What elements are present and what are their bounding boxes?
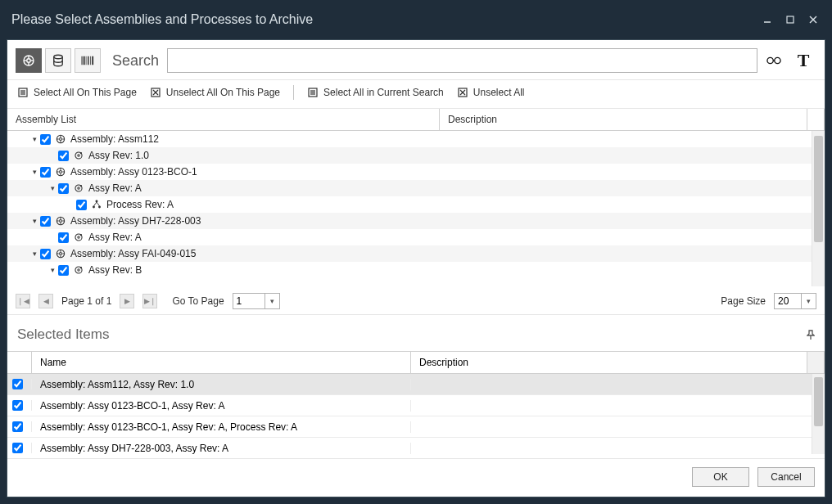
row-checkbox[interactable] [12, 400, 23, 411]
svg-point-49 [78, 187, 79, 189]
row-checkbox[interactable] [40, 249, 51, 259]
svg-point-17 [767, 57, 773, 63]
tree-row[interactable]: ▾Assy Rev: A [7, 180, 812, 196]
row-checkbox[interactable] [58, 232, 69, 243]
svg-point-18 [775, 57, 780, 63]
rev-icon [72, 150, 85, 161]
column-description[interactable]: Description [440, 109, 807, 130]
row-checkbox[interactable] [40, 134, 51, 145]
list-check-icon [17, 87, 29, 98]
process-icon [90, 199, 103, 210]
tree-row[interactable]: ▾Assembly: Assy 0123-BCO-1 [7, 164, 812, 180]
tree-row-label: Assy Rev: A [88, 232, 142, 243]
select-all-page-action[interactable]: Select All On This Page [17, 87, 137, 98]
row-checkbox[interactable] [58, 183, 69, 194]
search-input[interactable] [167, 48, 757, 73]
tree-row[interactable]: ▾Assembly: Assy FAI-049-015 [7, 245, 812, 262]
search-toolbar: Search T [7, 40, 825, 80]
svg-point-66 [60, 253, 62, 255]
selected-row[interactable]: Assembly: Assy 0123-BCO-1, Assy Rev: A [7, 395, 812, 416]
svg-point-53 [98, 205, 101, 208]
window-title: Please Select Assemblies and Processes t… [11, 12, 313, 27]
unselect-all-action[interactable]: Unselect All [457, 87, 525, 98]
maximize-button[interactable] [783, 12, 798, 27]
selected-items-grid[interactable]: Assembly: Assm112, Assy Rev: 1.0Assembly… [7, 374, 812, 454]
selected-row[interactable]: Assembly: Assy 0123-BCO-1, Assy Rev: A, … [7, 416, 812, 438]
tree-row[interactable]: ▾Assembly: Assm112 [7, 131, 812, 147]
barcode-filter-button[interactable] [75, 48, 101, 73]
scroll-thumb[interactable] [814, 377, 823, 426]
vertical-scrollbar[interactable] [812, 374, 825, 454]
tree-row[interactable]: ▾Assy Rev: B [7, 262, 812, 278]
selected-row-name: Assembly: Assm112, Assy Rev: 1.0 [32, 379, 411, 390]
selected-grid-header: Name Description [7, 351, 825, 374]
row-checkbox[interactable] [76, 200, 87, 210]
minimize-button[interactable] [760, 12, 775, 27]
expand-caret-icon[interactable]: ▾ [30, 250, 38, 258]
page-size-input[interactable] [774, 293, 802, 309]
row-checkbox[interactable] [58, 151, 69, 161]
row-checkbox[interactable] [40, 167, 51, 178]
cancel-button[interactable]: Cancel [757, 467, 815, 487]
svg-rect-15 [90, 56, 91, 65]
last-page-button[interactable]: ▶❘ [142, 294, 157, 308]
pin-icon[interactable] [807, 330, 815, 340]
selected-items-title: Selected Items [7, 315, 825, 351]
expand-caret-icon[interactable]: ▾ [48, 266, 57, 274]
rev-icon [72, 264, 85, 276]
row-checkbox[interactable] [12, 421, 23, 432]
scroll-thumb[interactable] [814, 136, 823, 242]
column-assembly-list[interactable]: Assembly List [7, 109, 440, 130]
tree-row-label: Assy Rev: B [88, 264, 142, 276]
svg-line-54 [94, 202, 97, 206]
ok-button[interactable]: OK [692, 467, 749, 487]
expand-caret-icon[interactable]: ▾ [48, 184, 57, 192]
search-label: Search [112, 52, 159, 70]
next-page-button[interactable]: ▶ [120, 294, 134, 308]
tree-grid-header: Assembly List Description [7, 109, 825, 131]
vertical-scrollbar[interactable] [812, 131, 825, 286]
first-page-button[interactable]: ❘◀ [16, 294, 30, 308]
svg-rect-14 [88, 56, 89, 65]
tree-row[interactable]: Assy Rev: A [7, 229, 812, 245]
dialog-content: Search T Select All On This Page Unselec… [7, 39, 825, 497]
text-format-button[interactable]: T [790, 48, 816, 73]
prev-page-button[interactable]: ◀ [38, 294, 53, 308]
tree-row[interactable]: Process Rev: A [7, 196, 812, 213]
svg-point-72 [78, 269, 79, 271]
tree-row-label: Assembly: Assm112 [70, 133, 159, 145]
page-size-dropdown[interactable]: ▾ [802, 293, 816, 309]
assembly-tree[interactable]: ▾Assembly: Assm112Assy Rev: 1.0▾Assembly… [7, 131, 812, 286]
select-all-search-action[interactable]: Select All in Current Search [307, 87, 444, 98]
pager: ❘◀ ◀ Page 1 of 1 ▶ ▶❘ Go To Page ▾ Page … [7, 286, 825, 315]
expand-caret-icon[interactable]: ▾ [30, 217, 38, 225]
tree-row[interactable]: Assy Rev: 1.0 [7, 147, 812, 164]
svg-point-63 [78, 236, 79, 238]
list-check-icon [307, 87, 319, 98]
assembly-filter-button[interactable] [16, 48, 42, 73]
svg-point-5 [27, 59, 31, 63]
close-button[interactable] [806, 12, 821, 27]
selected-row[interactable]: Assembly: Assy DH7-228-003, Assy Rev: A [7, 438, 812, 454]
scroll-gutter [807, 352, 825, 373]
selected-row[interactable]: Assembly: Assm112, Assy Rev: 1.0 [7, 374, 812, 395]
expand-caret-icon[interactable]: ▾ [30, 168, 38, 176]
goto-page-dropdown[interactable]: ▾ [265, 293, 280, 309]
row-checkbox[interactable] [58, 265, 69, 276]
row-checkbox[interactable] [12, 379, 23, 389]
divider [293, 85, 294, 100]
svg-point-40 [78, 155, 79, 156]
expand-caret-icon[interactable]: ▾ [30, 135, 38, 143]
row-checkbox[interactable] [12, 443, 23, 453]
svg-point-41 [80, 152, 82, 154]
assembly-icon [54, 133, 67, 145]
tree-row[interactable]: ▾Assembly: Assy DH7-228-003 [7, 213, 812, 229]
unselect-all-page-action[interactable]: Unselect All On This Page [150, 87, 280, 98]
row-checkbox[interactable] [40, 216, 51, 227]
database-filter-button[interactable] [45, 48, 71, 73]
scroll-gutter [807, 109, 825, 130]
column-description[interactable]: Description [411, 352, 807, 373]
column-name[interactable]: Name [32, 352, 411, 373]
mask-icon[interactable] [761, 48, 787, 73]
goto-page-input[interactable] [233, 293, 265, 309]
